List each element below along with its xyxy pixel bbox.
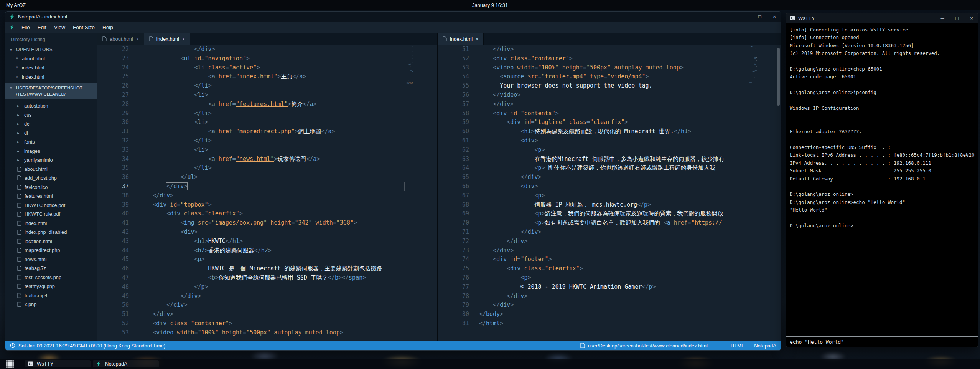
minimap-left[interactable]: </div> <ul id="navigation"> <li class="a… <box>405 45 413 341</box>
tree-file-about.html[interactable]: about.html <box>5 165 97 174</box>
workspace-folder-header[interactable]: ▾ USER/DESKTOP/SCREENSHOT /TEST/WWW CLEA… <box>5 83 97 99</box>
folder-name: dl <box>24 130 28 136</box>
tab-index.html[interactable]: index.html× <box>438 33 484 45</box>
open-editors-label: OPEN EDITORS <box>16 47 53 52</box>
line-number: 75 <box>438 264 469 273</box>
tree-file-add_vhost.php[interactable]: add_vhost.php <box>5 174 97 183</box>
code-line: <a href="news.html">玩家傳送門</a> <box>139 155 405 164</box>
file-icon <box>17 275 21 280</box>
line-number: 60 <box>438 127 469 136</box>
code-line: </div> <box>479 292 749 301</box>
tree-file-mapredirect.php[interactable]: mapredirect.php <box>5 246 97 255</box>
tab-close-icon[interactable]: × <box>136 36 139 42</box>
code-line: <p> <box>139 255 405 264</box>
tab-label: index.html <box>450 36 473 42</box>
code-editor-right[interactable]: </div> <div class="container"> <video wi… <box>474 45 749 341</box>
close-icon[interactable]: × <box>16 56 18 61</box>
code-line: <p> <box>479 273 749 283</box>
file-icon <box>17 239 21 244</box>
terminal-output[interactable]: [info] Conencting to arozos WsTTY servic… <box>786 23 978 336</box>
menu-item-file[interactable]: File <box>18 23 34 32</box>
tree-file-trailer.mp4[interactable]: trailer.mp4 <box>5 291 97 300</box>
tab-close-icon[interactable]: × <box>182 36 185 42</box>
tab-label: about.html <box>110 36 133 42</box>
maximize-button[interactable]: □ <box>757 14 763 20</box>
wstty-window: WsTTY ─ □ × [info] Conencting to arozos … <box>786 13 978 347</box>
scrollbar-right[interactable] <box>757 45 781 341</box>
editor-pane-right[interactable]: index.html× 5152535455565758596061626364… <box>438 33 781 341</box>
app-grid-icon[interactable] <box>5 360 15 368</box>
tree-file-favicon.ico[interactable]: favicon.ico <box>5 183 97 192</box>
menu-item-help[interactable]: Help <box>99 23 117 32</box>
tree-file-index.html[interactable]: index.html <box>5 219 97 228</box>
file-icon <box>17 302 21 307</box>
menu-item-font-size[interactable]: Font Size <box>69 23 99 32</box>
open-editor-item[interactable]: ×about.html <box>5 54 97 63</box>
close-icon[interactable]: × <box>16 65 18 70</box>
line-number: 45 <box>97 255 129 264</box>
status-language-mode[interactable]: HTML <box>731 343 744 349</box>
code-line: <li> <box>139 146 405 155</box>
tree-folder-dl[interactable]: ▸dl <box>5 129 97 138</box>
tree-file-news.html[interactable]: news.html <box>5 255 97 264</box>
folder-name: images <box>24 148 40 154</box>
close-button[interactable]: × <box>969 15 974 21</box>
line-number: 71 <box>438 228 469 237</box>
line-number: 52 <box>97 319 129 328</box>
code-line: <video width="100%" height="500px" autop… <box>139 328 405 338</box>
minimize-button[interactable]: ─ <box>940 15 945 21</box>
tree-folder-css[interactable]: ▸css <box>5 111 97 120</box>
notepada-logo-icon <box>9 25 15 30</box>
chevron-down-icon: ▾ <box>10 48 14 52</box>
code-line: <div> <box>479 182 749 191</box>
tree-folder-images[interactable]: ▸images <box>5 147 97 156</box>
tree-file-test_sockets.php[interactable]: test_sockets.php <box>5 273 97 282</box>
maximize-button[interactable]: □ <box>954 15 960 21</box>
code-line: 伺服器 IP 地址為： mcs.hkwtc.org</p> <box>479 200 749 210</box>
code-line: HKWTC 是一個 Minecraft 的建築伺服器，主要建築計劃包括鐵路 <box>139 264 405 273</box>
minimap-right[interactable]: </div> <div class="container"> <video wi… <box>749 45 757 341</box>
tree-file-index.php_disabled[interactable]: index.php_disabled <box>5 228 97 237</box>
status-file-path[interactable]: user/Desktop/screenshot/test/www cleaned… <box>588 343 708 349</box>
tree-folder-yamlyamlmio[interactable]: ▸yamlyamlmio <box>5 156 97 165</box>
tree-file-HKWTC-notice.pdf[interactable]: HKWTC notice.pdf <box>5 201 97 210</box>
tree-file-x.php[interactable]: x.php <box>5 300 97 309</box>
tree-folder-autostation[interactable]: ▸autostation <box>5 101 97 111</box>
tab-about.html[interactable]: about.html× <box>97 33 144 45</box>
tree-folder-dc[interactable]: ▸dc <box>5 119 97 129</box>
tree-file-features.html[interactable]: features.html <box>5 192 97 201</box>
tree-file-teabag.7z[interactable]: teabag.7z <box>5 264 97 273</box>
menu-item-view[interactable]: View <box>50 23 69 32</box>
taskbar-item-notepada[interactable]: NotepadA <box>93 360 159 367</box>
tree-folder-fonts[interactable]: ▸fonts <box>5 137 97 147</box>
code-line: <h1>特別為建築及鐵路而設，現代化的 Minecraft 世界.</h1> <box>479 127 749 136</box>
tree-file-location.html[interactable]: location.html <box>5 237 97 246</box>
menu-item-edit[interactable]: Edit <box>34 23 50 32</box>
line-number: 61 <box>438 136 469 146</box>
taskbar-item-wstty[interactable]: WsTTY <box>25 360 91 367</box>
close-icon[interactable]: × <box>16 74 18 79</box>
notepada-icon <box>96 361 102 367</box>
tree-file-testmysql.php[interactable]: testmysql.php <box>5 282 97 291</box>
terminal-line <box>790 120 974 128</box>
code-editor-left[interactable]: </div> <ul id="navigation"> <li class="a… <box>134 45 405 341</box>
line-number: 81 <box>438 319 469 328</box>
tab-close-icon[interactable]: × <box>476 36 478 42</box>
terminal-line: Link-local IPv6 Address . . . . . : fe80… <box>790 151 974 159</box>
editor-pane-left[interactable]: about.html×index.html× 22232425262728293… <box>97 33 437 341</box>
close-button[interactable]: × <box>772 14 777 20</box>
line-number: 27 <box>97 91 129 100</box>
scrollbar-thumb[interactable] <box>777 48 780 106</box>
open-editor-item[interactable]: ×index.html <box>5 63 97 72</box>
minimize-button[interactable]: ─ <box>743 14 748 20</box>
wstty-title-bar[interactable]: WsTTY ─ □ × <box>786 13 978 23</box>
open-editors-header[interactable]: ▾ OPEN EDITORS <box>5 45 97 54</box>
tree-file-HKWTC-rule.pdf[interactable]: HKWTC rule.pdf <box>5 210 97 219</box>
terminal-input[interactable]: echo "Hello World" <box>786 336 978 347</box>
tab-index.html[interactable]: index.html× <box>144 33 190 45</box>
open-editor-item[interactable]: ×index.html <box>5 72 97 81</box>
hamburger-menu-icon[interactable] <box>968 3 975 7</box>
system-menu-title[interactable]: My ArOZ <box>6 2 26 8</box>
scrollbar-left[interactable] <box>413 45 437 341</box>
notepad-title-bar[interactable]: NotepadA - index.html ─ □ × <box>5 12 781 22</box>
